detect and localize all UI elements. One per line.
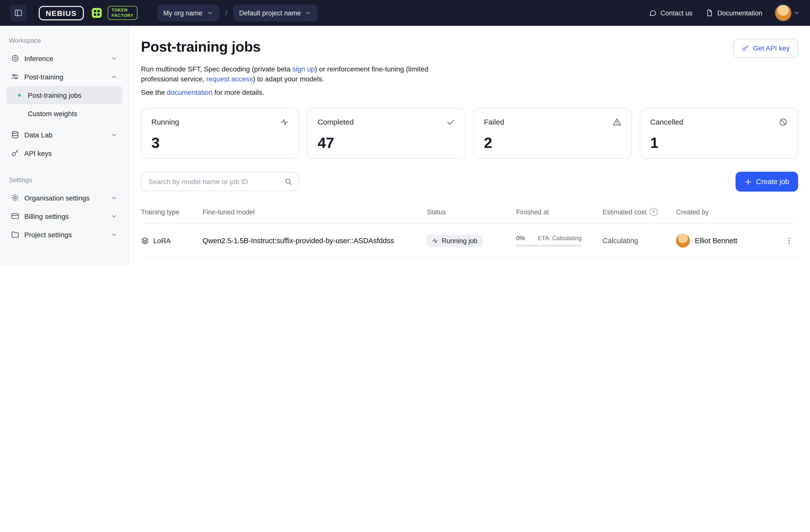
- row-menu-button[interactable]: [785, 237, 798, 245]
- sidebar-item-billing-settings[interactable]: Billing settings: [6, 207, 123, 225]
- description-text: for more details.: [212, 88, 264, 96]
- sidebar-item-label: API keys: [24, 149, 52, 157]
- table-row[interactable]: LoRA Qwen2.5-1.5B-Instruct:suffix-provid…: [141, 223, 798, 258]
- column-header-created-by: Created by: [676, 208, 773, 216]
- sidebar-item-data-lab[interactable]: Data Lab: [6, 126, 123, 144]
- sidebar: Workspace Inference Post-training: [0, 26, 129, 266]
- jobs-table: Training type Fine-tuned model Status Fi…: [141, 200, 798, 266]
- key-icon: [742, 44, 749, 52]
- status-badge: Running job: [427, 235, 483, 247]
- chevron-down-icon: [111, 231, 118, 238]
- sidebar-item-custom-weights[interactable]: Custom weights: [6, 104, 123, 123]
- column-header-status: Status: [427, 208, 516, 216]
- activity-icon: [432, 238, 438, 244]
- documentation-link[interactable]: documentation: [167, 88, 212, 96]
- column-header-label: Estimated cost: [602, 208, 646, 216]
- sliders-icon: [11, 72, 19, 81]
- stat-value: 47: [318, 135, 455, 150]
- column-header-estimated-cost: Estimated cost ?: [602, 208, 676, 216]
- activity-icon: [280, 118, 289, 127]
- stat-label: Completed: [318, 118, 354, 126]
- org-selector[interactable]: My org name: [157, 4, 220, 21]
- breadcrumb-separator: /: [225, 9, 227, 17]
- search-input[interactable]: [147, 177, 280, 186]
- description-text: Run multinode SFT, Spec decoding (privat…: [141, 65, 292, 73]
- chevron-up-icon: [111, 73, 118, 80]
- user-menu[interactable]: [775, 5, 800, 21]
- sidebar-toggle-button[interactable]: [10, 4, 27, 21]
- chat-bubble-icon: [648, 9, 657, 17]
- sign-up-link[interactable]: sign up: [292, 65, 315, 73]
- chevron-down-icon: [111, 131, 118, 138]
- sidebar-section-workspace: Workspace: [9, 37, 119, 44]
- token-factory-badge-line1: TOKEN: [111, 8, 133, 13]
- user-name: Elliot Bennett: [695, 237, 737, 245]
- sidebar-item-api-keys[interactable]: API keys: [6, 144, 123, 162]
- training-type: LoRA: [153, 237, 171, 245]
- warning-triangle-icon: [613, 118, 621, 127]
- sidebar-item-post-training[interactable]: Post-training: [6, 67, 123, 86]
- database-icon: [11, 130, 19, 139]
- page-title: Post-training jobs: [141, 39, 261, 55]
- ban-icon: [779, 118, 788, 127]
- progress-eta: ETA: Calculating: [538, 235, 582, 242]
- sidebar-item-label: Inference: [24, 54, 53, 62]
- documentation-link[interactable]: Documentation: [705, 9, 762, 17]
- stat-label: Cancelled: [650, 118, 683, 126]
- table-header: Training type Fine-tuned model Status Fi…: [141, 200, 798, 223]
- document-icon: [705, 9, 713, 17]
- org-selector-label: My org name: [163, 9, 202, 17]
- token-factory-badge: TOKEN FACTORY: [108, 6, 137, 20]
- progress: 0%ETA: Calculating: [516, 235, 582, 247]
- progress-percent: 0%: [516, 235, 525, 242]
- sidebar-item-label: Billing settings: [24, 212, 69, 220]
- sidebar-item-organisation-settings[interactable]: Organisation settings: [6, 189, 123, 207]
- status-label: Running job: [442, 237, 477, 244]
- sidebar-item-post-training-jobs[interactable]: Post-training jobs: [6, 86, 123, 104]
- chevron-down-icon: [207, 10, 213, 16]
- get-api-key-label: Get API key: [753, 44, 790, 52]
- chevron-down-icon: [793, 10, 800, 16]
- page-description-secondary: See the documentation for more details.: [141, 88, 798, 96]
- chevron-down-icon: [305, 10, 312, 16]
- chevron-down-icon: [111, 213, 118, 220]
- token-factory-icon: [92, 8, 101, 18]
- stat-value: 1: [650, 135, 788, 150]
- sidebar-item-label: Post-training: [24, 73, 63, 81]
- documentation-label: Documentation: [717, 9, 762, 17]
- plus-icon: [745, 178, 752, 186]
- top-bar: NEBIUS TOKEN FACTORY My org name / Defau…: [0, 0, 810, 26]
- info-icon[interactable]: ?: [649, 208, 658, 216]
- contact-us-link[interactable]: Contact us: [648, 9, 692, 17]
- sidebar-section-settings: Settings: [9, 176, 119, 183]
- model-name: Qwen2.5-1.5B-Instruct:suffix-provided-by…: [202, 237, 427, 245]
- created-by: Elliot Bennett: [676, 234, 773, 248]
- user-avatar: [775, 5, 791, 21]
- sidebar-item-label: Organisation settings: [24, 194, 90, 202]
- credit-card-icon: [11, 212, 19, 220]
- sidebar-item-label: Custom weights: [28, 109, 77, 117]
- request-access-link[interactable]: request access: [206, 75, 253, 83]
- check-icon: [446, 118, 455, 127]
- sidebar-item-inference[interactable]: Inference: [6, 49, 123, 67]
- sidebar-item-label: Data Lab: [24, 131, 53, 139]
- key-icon: [11, 149, 19, 157]
- page: NEBIUS TOKEN FACTORY My org name / Defau…: [0, 0, 810, 266]
- nebius-logo[interactable]: NEBIUS: [39, 6, 84, 20]
- stat-card-failed: Failed 2: [473, 108, 632, 159]
- sidebar-item-project-settings[interactable]: Project settings: [6, 225, 123, 244]
- project-selector[interactable]: Default project name: [233, 4, 318, 21]
- project-selector-label: Default project name: [239, 9, 301, 17]
- description-text: ) to adapt your models.: [253, 75, 324, 83]
- get-api-key-button[interactable]: Get API key: [733, 39, 798, 58]
- stat-value: 2: [484, 135, 621, 150]
- create-job-button[interactable]: Create job: [735, 172, 798, 192]
- column-header-model: Fine-tuned model: [202, 208, 427, 216]
- column-header-training-type: Training type: [141, 208, 202, 216]
- stat-card-running: Running 3: [141, 108, 299, 159]
- stat-value: 3: [151, 135, 289, 150]
- folder-icon: [11, 230, 19, 239]
- table-row[interactable]: Full fine-tuning Qwen2.5-1.5B-Instruct:s…: [141, 258, 798, 266]
- chevron-down-icon: [111, 194, 118, 201]
- chevron-down-icon: [111, 55, 118, 62]
